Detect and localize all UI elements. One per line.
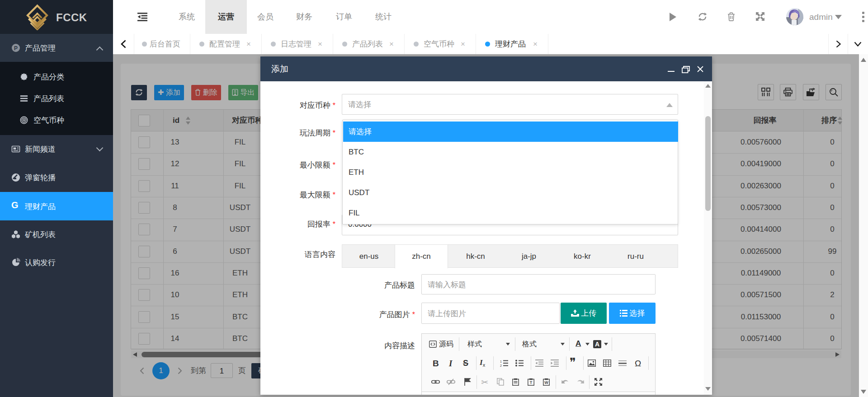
svg-text:T: T xyxy=(530,380,533,385)
svg-text:1: 1 xyxy=(500,360,502,363)
svg-text:W: W xyxy=(544,380,548,385)
svg-text:2: 2 xyxy=(500,364,502,367)
svg-text:P: P xyxy=(14,45,18,51)
